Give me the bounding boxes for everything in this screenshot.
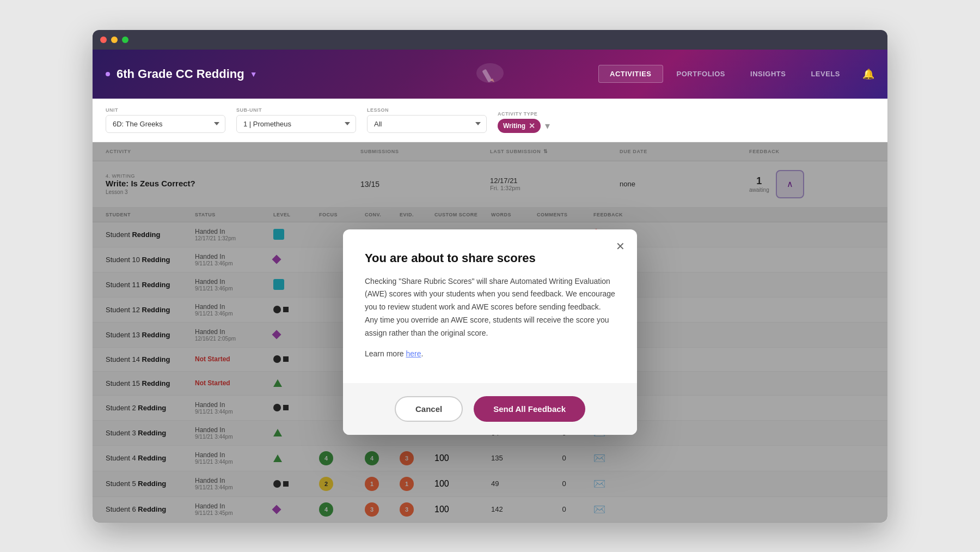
tab-insights[interactable]: INSIGHTS bbox=[739, 65, 797, 83]
modal-overlay: ✕ You are about to share scores Checking… bbox=[93, 142, 887, 523]
bell-icon[interactable]: 🔔 bbox=[862, 68, 874, 80]
minimize-button[interactable] bbox=[111, 37, 118, 43]
activity-type-label: ACTIVITY TYPE bbox=[498, 111, 550, 117]
unit-select[interactable]: 6D: The Greeks bbox=[106, 115, 225, 133]
learn-more-suffix: . bbox=[421, 349, 424, 358]
activity-type-dropdown-arrow[interactable]: ▾ bbox=[545, 120, 550, 132]
lesson-filter: LESSON All bbox=[367, 107, 487, 133]
share-scores-modal: ✕ You are about to share scores Checking… bbox=[343, 229, 637, 435]
lesson-label: LESSON bbox=[367, 107, 487, 113]
logo bbox=[474, 59, 506, 89]
tab-levels[interactable]: LEVELS bbox=[799, 65, 852, 83]
title-bar bbox=[93, 30, 887, 50]
sub-unit-label: SUB-UNIT bbox=[236, 107, 356, 113]
modal-body: You are about to share scores Checking "… bbox=[343, 229, 637, 384]
maximize-button[interactable] bbox=[122, 37, 128, 43]
learn-more-prefix: Learn more bbox=[365, 349, 406, 358]
activity-type-container: Writing ✕ ▾ bbox=[498, 119, 550, 133]
writing-tag-label: Writing bbox=[503, 122, 525, 130]
header: 6th Grade CC Redding ▼ ACTIVITIES PORTFO… bbox=[93, 50, 887, 99]
writing-tag: Writing ✕ bbox=[498, 119, 541, 133]
modal-body-text: Checking "Share Rubric Scores" will shar… bbox=[365, 275, 615, 340]
remove-writing-tag[interactable]: ✕ bbox=[529, 122, 535, 130]
tab-activities[interactable]: ACTIVITIES bbox=[598, 65, 663, 83]
cancel-button[interactable]: Cancel bbox=[395, 396, 463, 422]
dropdown-arrow-icon[interactable]: ▼ bbox=[250, 70, 258, 78]
send-feedback-button[interactable]: Send All Feedback bbox=[474, 396, 585, 422]
close-button[interactable] bbox=[100, 37, 107, 43]
unit-label: UNIT bbox=[106, 107, 225, 113]
modal-learn-more: Learn more here. bbox=[365, 348, 615, 361]
app-window: 6th Grade CC Redding ▼ ACTIVITIES PORTFO… bbox=[93, 30, 887, 523]
modal-title: You are about to share scores bbox=[365, 251, 615, 265]
modal-close-button[interactable]: ✕ bbox=[612, 238, 628, 254]
modal-footer: Cancel Send All Feedback bbox=[343, 383, 637, 435]
filter-bar: UNIT 6D: The Greeks SUB-UNIT 1 | Prometh… bbox=[93, 99, 887, 142]
tab-portfolios[interactable]: PORTFOLIOS bbox=[665, 65, 737, 83]
sub-unit-filter: SUB-UNIT 1 | Prometheus bbox=[236, 107, 356, 133]
class-title: 6th Grade CC Redding bbox=[117, 67, 244, 81]
main-content: ACTIVITY SUBMISSIONS LAST SUBMISSION ⇅ D… bbox=[93, 142, 887, 523]
sub-unit-select[interactable]: 1 | Prometheus bbox=[236, 115, 356, 133]
lesson-select[interactable]: All bbox=[367, 115, 487, 133]
nav-tabs: ACTIVITIES PORTFOLIOS INSIGHTS LEVELS 🔔 bbox=[598, 65, 874, 83]
learn-more-link[interactable]: here bbox=[406, 349, 421, 358]
unit-filter: UNIT 6D: The Greeks bbox=[106, 107, 225, 133]
page-title: 6th Grade CC Redding ▼ bbox=[117, 67, 258, 81]
header-dot bbox=[106, 72, 110, 76]
activity-type-filter: ACTIVITY TYPE Writing ✕ ▾ bbox=[498, 111, 550, 133]
